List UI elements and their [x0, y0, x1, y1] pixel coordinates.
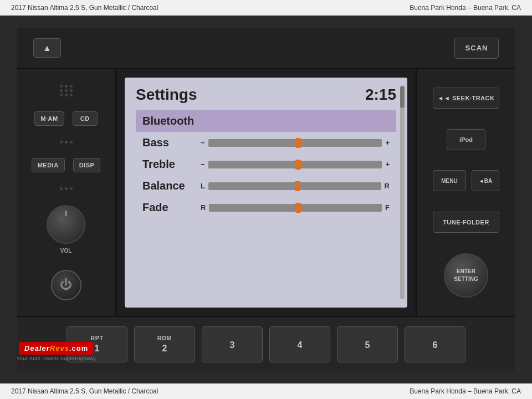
power-button[interactable]: ⏻ — [51, 270, 81, 300]
menu-item-treble[interactable]: Treble − + — [136, 154, 396, 175]
time-display: 2:15 — [365, 86, 396, 104]
left-controls: M·AM CD MEDIA DISP VOL — [17, 69, 116, 316]
watermark-logo: DealerRevs.com Your Auto Dealer SuperHig… — [17, 342, 96, 361]
decorative-dots-bot — [60, 187, 73, 190]
treble-minus: − — [201, 160, 205, 168]
preset-button-6[interactable]: 6 — [405, 326, 466, 362]
media-button[interactable]: MEDIA — [32, 158, 65, 172]
settings-menu: Bluetooth Bass − + — [136, 110, 396, 218]
preset-button-2[interactable]: RDM 2 — [134, 326, 195, 362]
preset-2-num: 2 — [162, 344, 167, 354]
menu-item-fade[interactable]: Fade R F — [136, 197, 396, 218]
preset-1-label: RPT — [90, 335, 104, 341]
top-bar: 2017 Nissan Altima 2.5 S, Gun Metallic /… — [0, 0, 532, 16]
display-screen: Settings 2:15 Bluetooth Bass − — [125, 78, 407, 308]
ba-button[interactable]: ◄BA — [472, 170, 499, 191]
tune-folder-button[interactable]: TUNE·FOLDER — [433, 212, 499, 233]
stereo-middle: M·AM CD MEDIA DISP VOL — [17, 69, 515, 316]
scrollbar[interactable] — [400, 86, 405, 299]
bass-minus: − — [201, 139, 205, 147]
balance-slider-container: L R — [201, 182, 390, 190]
right-controls: ◄◄ SEEK·TRACK iPod MENU ◄BA TUNE·F — [416, 69, 515, 316]
ba-label: ◄BA — [479, 178, 492, 184]
power-icon: ⏻ — [60, 278, 72, 292]
button-row-1: M·AM CD — [34, 111, 97, 126]
cd-button[interactable]: CD — [73, 111, 98, 126]
treble-plus: + — [385, 160, 390, 168]
tune-folder-label: TUNE·FOLDER — [443, 219, 489, 226]
fade-slider-track[interactable] — [209, 204, 382, 212]
logo-dealer: Dealer — [24, 344, 50, 352]
dealer-info-top: Buena Park Honda – Buena Park, CA — [410, 4, 521, 12]
logo-box: DealerRevs.com — [19, 342, 94, 355]
bass-plus: + — [385, 139, 390, 147]
car-info-top: 2017 Nissan Altima 2.5 S, Gun Metallic /… — [11, 4, 158, 12]
seek-track-button[interactable]: ◄◄ SEEK·TRACK — [433, 88, 499, 109]
disp-button[interactable]: DISP — [73, 158, 101, 172]
setting-label: SETTING — [454, 275, 478, 283]
scrollbar-thumb[interactable] — [400, 86, 405, 108]
treble-label: Treble — [142, 158, 192, 171]
preset-6-num: 6 — [433, 340, 438, 350]
preset-3-num: 3 — [230, 340, 235, 350]
vol-label: VOL — [60, 248, 72, 254]
preset-button-3[interactable]: 3 — [202, 326, 263, 362]
settings-title: Settings — [136, 86, 197, 104]
fade-label: Fade — [142, 201, 192, 214]
stereo-unit: ▲ SCAN M·AM CD — [17, 28, 515, 371]
preset-5-num: 5 — [365, 340, 370, 350]
ipod-label: iPod — [459, 136, 473, 143]
decorative-dots-top — [60, 85, 73, 96]
balance-left: L — [201, 182, 205, 190]
menu-button[interactable]: MENU — [433, 170, 466, 191]
stereo-top: ▲ SCAN — [17, 28, 515, 69]
car-info-bottom: 2017 Nissan Altima 2.5 S, Gun Metallic /… — [11, 387, 158, 395]
logo-com: .com — [69, 344, 88, 352]
scan-button[interactable]: SCAN — [454, 38, 499, 59]
vol-knob[interactable] — [47, 205, 85, 244]
fade-r: R — [201, 203, 206, 212]
menu-item-balance[interactable]: Balance L R — [136, 175, 396, 197]
balance-label: Balance — [142, 180, 192, 192]
screen-header: Settings 2:15 — [136, 86, 396, 104]
menu-item-bluetooth[interactable]: Bluetooth — [136, 110, 396, 132]
preset-button-5[interactable]: 5 — [337, 326, 398, 362]
mam-button[interactable]: M·AM — [34, 111, 64, 126]
right-btn-row: MENU ◄BA — [433, 170, 499, 191]
balance-slider-track[interactable] — [208, 182, 381, 190]
bluetooth-label: Bluetooth — [142, 115, 194, 127]
stereo-container: ▲ SCAN M·AM CD — [0, 16, 532, 383]
logo-revs: Revs — [50, 344, 69, 352]
bass-slider-container: − + — [201, 139, 390, 147]
fade-f: F — [385, 203, 390, 212]
enter-label: ENTER — [457, 268, 475, 275]
enter-setting-knob[interactable]: ENTER SETTING — [444, 253, 488, 298]
logo-tagline: Your Auto Dealer SuperHighway — [17, 356, 96, 361]
dealer-info-bottom: Buena Park Honda – Buena Park, CA — [410, 387, 521, 395]
preset-button-4[interactable]: 4 — [269, 326, 330, 362]
eject-icon: ▲ — [43, 43, 52, 53]
menu-item-bass[interactable]: Bass − + — [136, 132, 396, 154]
fade-slider-container: R F — [201, 203, 390, 212]
preset-2-label: RDM — [157, 335, 172, 341]
eject-button[interactable]: ▲ — [33, 38, 61, 58]
decorative-dots-mid — [60, 141, 73, 144]
bass-slider-track[interactable] — [208, 139, 382, 147]
treble-slider-container: − + — [201, 160, 390, 168]
seek-track-label: ◄◄ SEEK·TRACK — [438, 95, 495, 101]
bass-label: Bass — [142, 136, 192, 149]
treble-slider-track[interactable] — [208, 161, 382, 168]
menu-label: MENU — [441, 178, 457, 184]
preset-4-num: 4 — [298, 340, 303, 350]
button-row-2: MEDIA DISP — [32, 158, 101, 172]
bottom-bar: 2017 Nissan Altima 2.5 S, Gun Metallic /… — [0, 383, 532, 399]
balance-right: R — [385, 182, 390, 190]
ipod-button[interactable]: iPod — [447, 129, 485, 150]
